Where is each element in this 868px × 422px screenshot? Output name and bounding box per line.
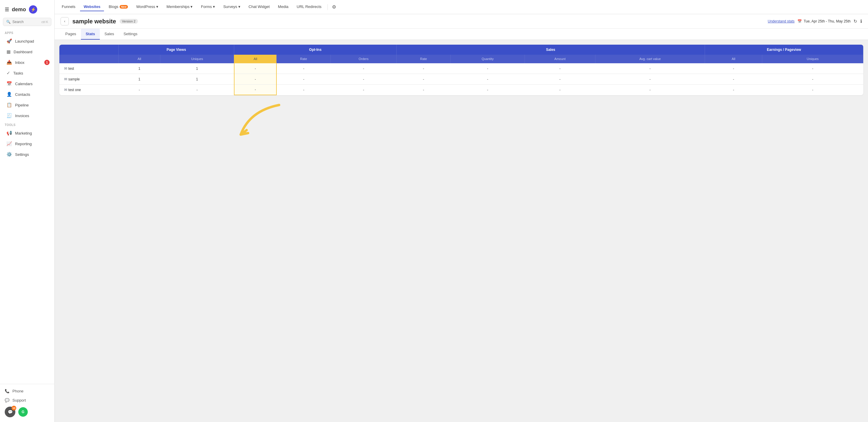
nav-item-wordpress[interactable]: WordPress ▾ <box>133 3 162 11</box>
sidebar-item-marketing[interactable]: 📢 Marketing <box>2 128 53 138</box>
row-icon: ✉ <box>64 87 67 92</box>
cell-oi-rate: - <box>276 74 331 85</box>
stats-table: Page Views Opt-Ins Sales Earnings / Page… <box>59 45 863 95</box>
sidebar-item-support[interactable]: 💬 Support <box>0 396 54 405</box>
subheader: ‹ sample website Version 2 Understand st… <box>55 14 868 29</box>
hamburger-icon[interactable]: ☰ <box>5 7 9 12</box>
col-group-opt-ins: Opt-Ins <box>234 45 397 55</box>
tab-settings[interactable]: Settings <box>119 29 142 39</box>
table-row: ✉ test one - - - - - - - - - - - <box>59 85 863 95</box>
col-header-s-amount: Amount <box>525 55 595 63</box>
col-group-name <box>59 45 118 55</box>
gear-icon[interactable]: ⚙ <box>330 2 338 11</box>
row-name[interactable]: test one <box>68 88 81 92</box>
date-range-picker[interactable]: 📅 Tue, Apr 25th - Thu, May 25th <box>798 19 850 23</box>
sidebar-item-phone[interactable]: 📞 Phone <box>0 387 54 396</box>
calendar-icon: 📅 <box>798 19 802 23</box>
pipeline-icon: 📋 <box>6 102 12 108</box>
invoices-icon: 🧾 <box>6 113 12 118</box>
sidebar-item-pipeline[interactable]: 📋 Pipeline <box>2 100 53 110</box>
cell-s-qty: - <box>451 85 525 95</box>
sidebar-item-label: Invoices <box>15 114 29 118</box>
reporting-icon: 📈 <box>6 141 12 146</box>
surveys-dropdown-icon: ▾ <box>238 4 240 9</box>
sidebar-item-tasks[interactable]: ✓ Tasks <box>2 68 53 78</box>
cell-s-rate: - <box>396 63 451 74</box>
version-badge: Version 2 <box>120 19 138 24</box>
info-icon[interactable]: ℹ <box>860 19 862 24</box>
notifications-count: 10 <box>11 406 16 411</box>
nav-item-url-redirects[interactable]: URL Redirects <box>293 3 325 11</box>
cell-s-qty: - <box>451 74 525 85</box>
blogs-label: Blogs <box>109 4 118 9</box>
cell-oi-all: - <box>234 74 276 85</box>
nav-separator <box>328 4 328 10</box>
row-name[interactable]: sample <box>68 77 80 81</box>
sidebar-item-dashboard[interactable]: ▦ Dashboard <box>2 47 53 57</box>
dashboard-icon: ▦ <box>6 49 11 54</box>
col-group-sales: Sales <box>396 45 705 55</box>
cell-e-all: - <box>705 74 762 85</box>
nav-item-funnels[interactable]: Funnels <box>58 3 79 11</box>
support-label: Support <box>12 398 26 402</box>
surveys-label: Surveys <box>223 4 237 9</box>
forms-label: Forms <box>201 4 212 9</box>
refresh-button[interactable]: ↻ <box>854 19 857 24</box>
tab-sales[interactable]: Sales <box>100 29 119 39</box>
contacts-icon: 👤 <box>6 92 12 97</box>
row-name[interactable]: test <box>68 66 74 71</box>
sidebar-item-reporting[interactable]: 📈 Reporting <box>2 139 53 149</box>
nav-item-memberships[interactable]: Memberships ▾ <box>163 3 196 11</box>
sidebar-item-inbox[interactable]: 📥 Inbox 1 <box>2 57 53 67</box>
sidebar-item-label: Contacts <box>15 92 30 97</box>
cell-s-avg: - <box>595 74 705 85</box>
avatar[interactable]: G <box>18 407 28 417</box>
cell-s-avg: - <box>595 85 705 95</box>
understand-stats-link[interactable]: Understand stats <box>768 19 795 23</box>
col-header-s-rate: Rate <box>396 55 451 63</box>
sidebar-item-launchpad[interactable]: 🚀 Launchpad <box>2 36 53 46</box>
notifications-button[interactable]: 💬 10 <box>5 406 16 417</box>
cell-s-amount: - <box>525 85 595 95</box>
cell-e-uniques: - <box>762 74 863 85</box>
sidebar-item-calendars[interactable]: 📅 Calendars <box>2 79 53 89</box>
tab-pages[interactable]: Pages <box>61 29 81 39</box>
nav-item-websites[interactable]: Websites <box>80 3 104 11</box>
new-badge: New <box>120 5 128 8</box>
lightning-button[interactable]: ⚡ <box>29 5 37 13</box>
nav-item-chat-widget[interactable]: Chat Widget <box>245 3 274 11</box>
col-header-e-uniques: Uniques <box>762 55 863 63</box>
col-group-page-views: Page Views <box>118 45 234 55</box>
sidebar-item-label: Calendars <box>15 82 32 86</box>
sidebar-item-invoices[interactable]: 🧾 Invoices <box>2 111 53 121</box>
sidebar: ☰ demo ⚡ 🔍 Search ctrl K Apps 🚀 Launchpa… <box>0 0 55 422</box>
cell-e-all: - <box>705 63 762 74</box>
nav-item-blogs[interactable]: Blogs New <box>105 3 131 11</box>
col-header-s-orders: Orders <box>331 55 397 63</box>
cell-oi-all: - <box>234 85 276 95</box>
col-header-oi-rate: Rate <box>276 55 331 63</box>
sidebar-item-contacts[interactable]: 👤 Contacts <box>2 89 53 100</box>
tasks-icon: ✓ <box>6 71 10 76</box>
tab-stats[interactable]: Stats <box>81 29 100 39</box>
sidebar-item-label: Inbox <box>15 60 25 65</box>
sidebar-item-label: Marketing <box>15 131 32 136</box>
nav-item-media[interactable]: Media <box>274 3 292 11</box>
cell-s-orders: - <box>331 74 397 85</box>
nav-item-forms[interactable]: Forms ▾ <box>197 3 218 11</box>
phone-icon: 📞 <box>5 389 9 393</box>
back-button[interactable]: ‹ <box>61 17 69 25</box>
search-label: Search <box>12 20 24 24</box>
search-button[interactable]: 🔍 Search ctrl K <box>3 18 52 26</box>
cell-s-avg: - <box>595 63 705 74</box>
sidebar-item-label: Tasks <box>13 71 23 76</box>
col-header-pv-uniques: Uniques <box>160 55 234 63</box>
sidebar-bottom: 📞 Phone 💬 Support 💬 10 G <box>0 384 54 419</box>
tools-section-label: Tools <box>0 121 54 128</box>
search-shortcut: ctrl K <box>41 20 48 24</box>
nav-item-surveys[interactable]: Surveys ▾ <box>220 3 244 11</box>
cell-s-orders: - <box>331 63 397 74</box>
marketing-icon: 📢 <box>6 131 12 136</box>
date-range-text: Tue, Apr 25th - Thu, May 25th <box>804 19 850 23</box>
sidebar-item-settings[interactable]: ⚙️ Settings <box>2 149 53 160</box>
